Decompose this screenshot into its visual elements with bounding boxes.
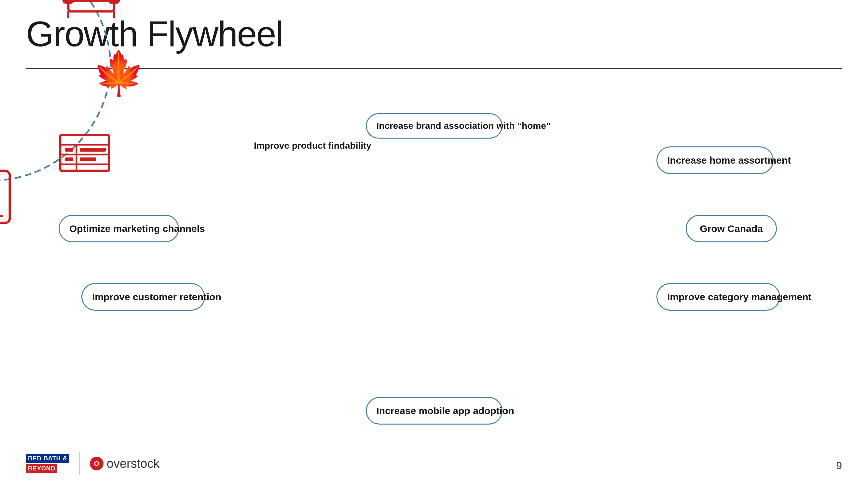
maple-leaf-icon: 🍁 xyxy=(92,48,146,99)
overstock-icon: O xyxy=(90,457,103,470)
svg-rect-20 xyxy=(80,158,96,161)
svg-rect-10 xyxy=(63,0,119,1)
bbb-text: BED BATH & xyxy=(26,454,69,463)
logo-divider xyxy=(79,452,80,475)
logo-area: BED BATH & BEYOND O overstock xyxy=(26,452,159,475)
svg-rect-19 xyxy=(80,148,106,152)
pill-left: Optimize marketing channels xyxy=(59,215,179,242)
overstock-text: overstock xyxy=(107,457,160,471)
pill-bottom-left: Improve customer retention xyxy=(81,283,205,311)
bbb-beyond: BEYOND xyxy=(26,464,57,474)
pill-top-right: Increase home assortment xyxy=(656,147,774,174)
svg-rect-12 xyxy=(60,135,109,171)
svg-text:🍁: 🍁 xyxy=(92,48,146,99)
page-number: 9 xyxy=(836,460,842,472)
pill-bottom: Increase mobile app adoption xyxy=(366,397,502,425)
bbb-logo: BED BATH & BEYOND xyxy=(26,454,69,474)
overstock-logo: O overstock xyxy=(90,457,160,471)
svg-rect-17 xyxy=(65,148,73,152)
pill-right: Grow Canada xyxy=(686,215,777,242)
category-icon xyxy=(60,135,109,171)
pill-bottom-right: Improve category management xyxy=(656,283,780,311)
svg-rect-18 xyxy=(65,158,73,161)
pill-top: Increase brand association with “home” xyxy=(366,113,502,139)
improve-findability-label: Improve product findability xyxy=(254,140,371,152)
